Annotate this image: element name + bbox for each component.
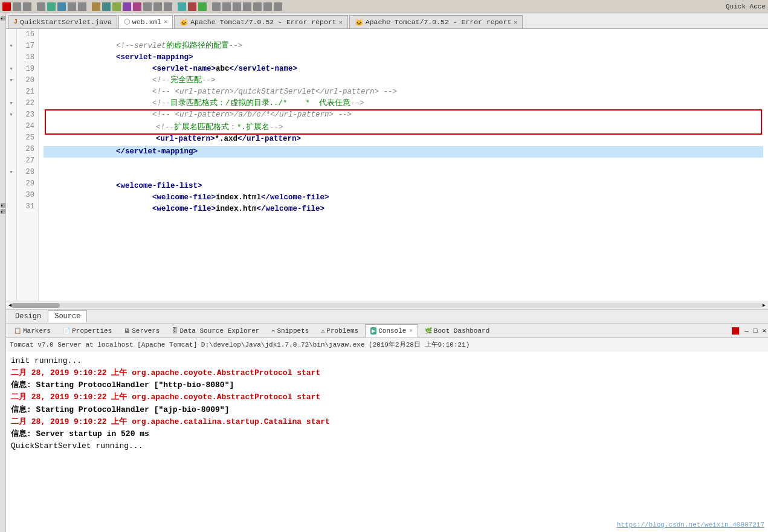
fold-24 <box>6 121 16 132</box>
watermark: https://blog.csdn.net/weixin_40807217 <box>617 521 764 528</box>
console-line-5: 二月 28, 2019 9:10:22 上午 org.apache.catali… <box>11 416 763 428</box>
tab-tomcat2-label: Apache Tomcat/7.0.52 - Error report <box>366 18 512 26</box>
fold-31 <box>6 201 16 213</box>
problems-icon: ⚠ <box>321 327 324 335</box>
panel-tab-servers[interactable]: 🖥 Servers <box>118 324 165 338</box>
code-editor[interactable]: <!--servlet的虚拟路径的配置--> <servlet-mapping>… <box>39 29 768 301</box>
console-line-6: 信息: Server startup in 520 ms <box>11 428 763 440</box>
fold-28[interactable]: ▾ <box>6 167 16 178</box>
fold-23[interactable]: ▾ <box>6 109 16 121</box>
left-strip-btn-2[interactable]: ▾ <box>1 203 5 208</box>
top-toolbar: Quick Acce <box>0 0 768 13</box>
fold-30 <box>6 190 16 201</box>
snippets-icon: ✂ <box>271 327 275 335</box>
console-line-7: QuickStartServlet running... <box>11 440 763 452</box>
tomcat2-icon: 🐱 <box>355 18 363 27</box>
fold-18 <box>6 52 16 63</box>
console-label: Console <box>378 327 406 335</box>
console-line-1: 二月 28, 2019 9:10:22 上午 org.apache.coyote… <box>11 367 763 379</box>
console-output[interactable]: init running... 二月 28, 2019 9:10:22 上午 o… <box>6 351 768 532</box>
console-status-bar: Tomcat v7.0 Server at localhost [Apache … <box>6 338 768 351</box>
editor-area: ▾ ▾ ▾ ▾ ▾ ▾ 16 17 18 19 <box>6 29 768 301</box>
properties-label: Properties <box>72 327 112 335</box>
panel-tab-snippets[interactable]: ✂ Snippets <box>266 324 314 338</box>
quick-access-label: Quick Acce <box>726 3 766 10</box>
code-line-16: <!--servlet的虚拟路径的配置--> <box>44 29 763 40</box>
toolbar-icons <box>2 2 282 11</box>
datasource-label: Data Source Explorer <box>179 327 259 335</box>
line-numbers: 16 17 18 19 20 21 22 23 24 25 26 27 28 2… <box>17 29 39 301</box>
fold-19[interactable]: ▾ <box>6 63 16 75</box>
fold-25 <box>6 132 16 144</box>
scrollbar-track[interactable] <box>11 303 762 308</box>
panel-tab-bootdash[interactable]: 🌿 Boot Dashboard <box>419 324 495 338</box>
java-icon: J <box>14 19 18 25</box>
console-stop-btn[interactable] <box>732 327 739 335</box>
tab-tomcat2-close[interactable]: ✕ <box>514 19 517 26</box>
code-line-28: <welcome-file-list> <box>44 169 763 181</box>
panel-maximize-btn[interactable]: □ <box>752 327 760 335</box>
panel-tab-markers[interactable]: 📋 Markers <box>8 324 56 338</box>
code-line-27 <box>44 158 763 169</box>
panel-minimize-btn[interactable]: — <box>743 327 750 335</box>
fold-21 <box>6 86 16 98</box>
markers-icon: 📋 <box>14 327 21 335</box>
console-line-3: 二月 28, 2019 9:10:22 上午 org.apache.coyote… <box>11 391 763 403</box>
fold-16 <box>6 29 16 40</box>
scroll-right-btn[interactable]: ▶ <box>763 302 766 309</box>
scrollbar-thumb[interactable] <box>11 303 60 308</box>
tab-xml-close[interactable]: ✕ <box>164 18 167 25</box>
xml-icon: ⬡ <box>124 18 130 26</box>
panel-tab-datasource[interactable]: 🗄 Data Source Explorer <box>166 324 265 338</box>
tab-tomcat2[interactable]: 🐱 Apache Tomcat/7.0.52 - Error report ✕ <box>349 15 523 28</box>
fold-column[interactable]: ▾ ▾ ▾ ▾ ▾ ▾ <box>6 29 17 301</box>
tab-tomcat1[interactable]: 🐱 Apache Tomcat/7.0.52 - Error report ✕ <box>174 15 348 28</box>
markers-label: Markers <box>23 327 51 335</box>
editor-tab-bar: J QuickStartServlet.java ⬡ web.xml ✕ 🐱 A… <box>6 13 768 29</box>
panel-tab-properties[interactable]: 📄 Properties <box>57 324 117 338</box>
left-collapse-strip[interactable]: ▸ ▾ ▸ <box>0 13 6 532</box>
properties-icon: 📄 <box>63 327 70 335</box>
problems-label: Problems <box>326 327 358 335</box>
design-source-tabs: Design Source <box>6 309 768 324</box>
panel-close-btn[interactable]: ✕ <box>760 327 768 335</box>
panel-tab-console[interactable]: ▶ Console ✕ <box>365 324 418 338</box>
panel-tab-bar: 📋 Markers 📄 Properties 🖥 Servers 🗄 Data … <box>6 324 768 338</box>
console-close[interactable]: ✕ <box>409 327 412 334</box>
tab-design[interactable]: Design <box>8 310 48 322</box>
tab-tomcat1-close[interactable]: ✕ <box>339 19 343 26</box>
bottom-panel: 📋 Markers 📄 Properties 🖥 Servers 🗄 Data … <box>6 324 768 532</box>
fold-26 <box>6 144 16 155</box>
console-line-0: init running... <box>11 355 763 367</box>
left-strip-btn-1[interactable]: ▸ <box>1 16 5 21</box>
bootdash-icon: 🌿 <box>425 327 432 335</box>
tab-java[interactable]: J QuickStartServlet.java <box>8 15 117 28</box>
bootdash-label: Boot Dashboard <box>434 327 489 335</box>
servers-label: Servers <box>132 327 160 335</box>
fold-29 <box>6 178 16 190</box>
tomcat1-icon: 🐱 <box>179 18 188 27</box>
panel-tab-problems[interactable]: ⚠ Problems <box>315 324 364 338</box>
tab-java-label: QuickStartServlet.java <box>20 18 112 26</box>
tab-tomcat1-label: Apache Tomcat/7.0.52 - Error report <box>190 18 337 26</box>
fold-22[interactable]: ▾ <box>6 98 16 109</box>
snippets-label: Snippets <box>277 327 309 335</box>
fold-27 <box>6 155 16 167</box>
tab-xml-label: web.xml <box>132 18 161 26</box>
tab-source[interactable]: Source <box>48 310 87 322</box>
servers-icon: 🖥 <box>124 327 130 335</box>
console-line-4: 信息: Starting ProtocolHandler ["ajp-bio-8… <box>11 404 763 416</box>
datasource-icon: 🗄 <box>172 327 178 335</box>
tab-xml[interactable]: ⬡ web.xml ✕ <box>118 15 173 28</box>
console-icon: ▶ <box>370 327 376 335</box>
fold-17[interactable]: ▾ <box>6 40 16 52</box>
horizontal-scrollbar[interactable]: ◀ ▶ <box>6 301 768 309</box>
left-strip-btn-3[interactable]: ▸ <box>1 209 5 214</box>
fold-20[interactable]: ▾ <box>6 75 16 86</box>
console-line-2: 信息: Starting ProtocolHandler ["http-bio-… <box>11 379 763 391</box>
